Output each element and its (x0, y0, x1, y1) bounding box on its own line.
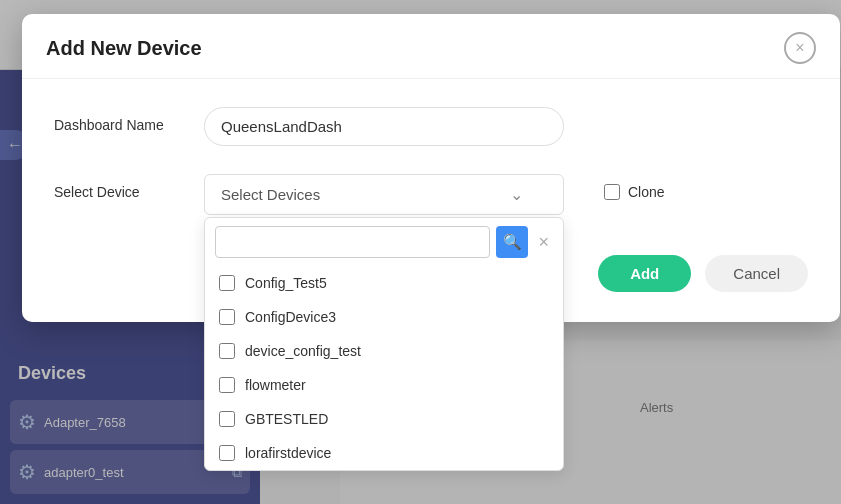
cancel-button[interactable]: Cancel (705, 255, 808, 292)
clear-search-button[interactable]: × (534, 232, 553, 253)
select-device-container: Select Devices ⌄ 🔍 × (204, 174, 564, 215)
dashboard-name-input[interactable] (204, 107, 564, 146)
modal-close-button[interactable]: × (784, 32, 816, 64)
select-devices-dropdown-trigger[interactable]: Select Devices ⌄ (204, 174, 564, 215)
dashboard-name-row: Dashboard Name (54, 107, 808, 146)
clone-checkbox[interactable] (604, 184, 620, 200)
list-item[interactable]: lorafirstdevice (205, 436, 563, 470)
search-icon: 🔍 (503, 233, 522, 251)
chevron-down-icon: ⌄ (510, 185, 523, 204)
list-item[interactable]: flowmeter (205, 368, 563, 402)
clone-label: Clone (628, 184, 665, 200)
select-devices-placeholder: Select Devices (221, 186, 320, 203)
dropdown-search-row: 🔍 × (205, 218, 563, 266)
device-option-label: Config_Test5 (245, 275, 327, 291)
add-new-device-modal: Add New Device × Dashboard Name Select D… (22, 14, 840, 322)
list-item[interactable]: Config_Test5 (205, 266, 563, 300)
device-option-label: flowmeter (245, 377, 306, 393)
clone-row: Clone (604, 174, 665, 200)
list-item[interactable]: GBTESTLED (205, 402, 563, 436)
modal-header: Add New Device × (22, 14, 840, 79)
device-checkbox-2[interactable] (219, 343, 235, 359)
device-option-label: device_config_test (245, 343, 361, 359)
close-icon: × (795, 39, 804, 57)
device-option-label: lorafirstdevice (245, 445, 331, 461)
select-device-row: Select Device Select Devices ⌄ 🔍 × (54, 174, 808, 215)
list-item[interactable]: ConfigDevice3 (205, 300, 563, 334)
modal-body: Dashboard Name Select Device Select Devi… (22, 79, 840, 235)
device-option-label: GBTESTLED (245, 411, 328, 427)
search-button[interactable]: 🔍 (496, 226, 528, 258)
device-option-label: ConfigDevice3 (245, 309, 336, 325)
device-checkbox-1[interactable] (219, 309, 235, 325)
device-checkbox-0[interactable] (219, 275, 235, 291)
clear-icon: × (538, 232, 549, 252)
select-device-label: Select Device (54, 174, 184, 200)
add-button[interactable]: Add (598, 255, 691, 292)
list-item[interactable]: device_config_test (205, 334, 563, 368)
device-checkbox-4[interactable] (219, 411, 235, 427)
device-search-input[interactable] (215, 226, 490, 258)
device-checkbox-5[interactable] (219, 445, 235, 461)
devices-dropdown-panel: 🔍 × Config_Test5 ConfigDevice3 (204, 217, 564, 471)
dashboard-name-label: Dashboard Name (54, 107, 184, 133)
device-checkbox-3[interactable] (219, 377, 235, 393)
modal-title: Add New Device (46, 37, 202, 60)
